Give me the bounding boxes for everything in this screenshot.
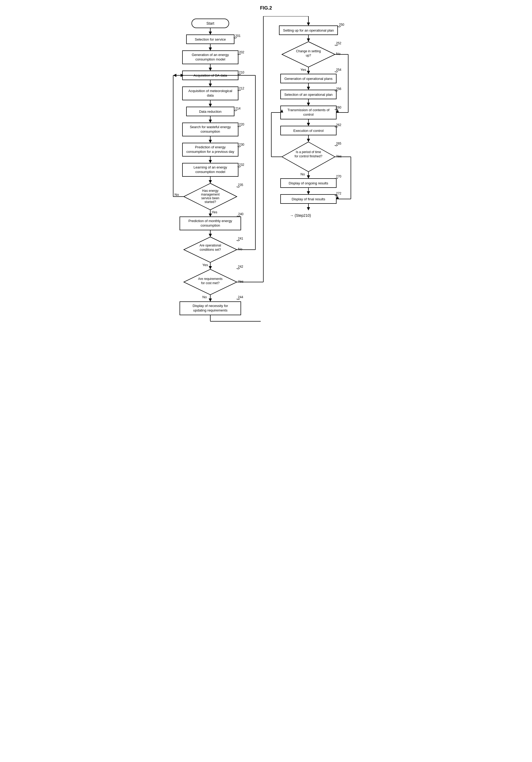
step-270: 270	[336, 175, 341, 178]
yes-242-label: Yes	[238, 279, 244, 283]
node-265-text1: Is a period of time	[296, 150, 321, 154]
step-241: 241	[238, 237, 243, 240]
svg-marker-82	[307, 207, 310, 210]
step-272: 272	[336, 191, 341, 195]
flowchart-svg: Start Selection for service 201 Generati…	[160, 16, 367, 388]
no-241-label: No	[238, 247, 242, 251]
node-232-text1: Learning of an energy	[194, 165, 227, 169]
node-235-text4: started?	[204, 200, 216, 204]
node-212-text1: Acquisition of meteorological	[188, 89, 232, 93]
step-230: 230	[239, 143, 244, 146]
svg-marker-66	[307, 123, 310, 126]
node-212-text2: data	[207, 93, 214, 97]
step-250: 250	[339, 23, 344, 27]
step-240: 240	[238, 212, 243, 216]
step-260: 260	[336, 106, 341, 109]
node-270-text: Display of ongoing results	[289, 181, 328, 185]
step-232: 232	[239, 163, 244, 167]
step-220: 220	[239, 122, 244, 126]
node-232-text2: consumption model	[195, 170, 226, 174]
svg-marker-13	[209, 84, 212, 87]
svg-marker-63	[307, 103, 310, 106]
node-220-text2: consumption	[200, 129, 220, 133]
figure-title: FIG.2	[160, 5, 372, 11]
node-230-text2: consumption for a previous day	[186, 150, 234, 154]
svg-marker-5	[209, 47, 212, 51]
svg-marker-25	[209, 160, 212, 163]
node-220-text1: Search for wasteful energy	[190, 125, 231, 129]
node-260-text1: Transmission of contents of	[288, 108, 330, 112]
node-252-text2: up?	[306, 53, 311, 57]
svg-marker-60	[307, 87, 310, 90]
step-235: 235	[238, 183, 243, 187]
svg-marker-40	[209, 298, 212, 302]
node-252-text1: Change in setting	[296, 49, 321, 53]
node-260-text2: control	[303, 113, 313, 116]
no-242-label: No	[202, 295, 207, 299]
step-210: 210	[239, 71, 244, 74]
step-212: 212	[239, 87, 244, 90]
step-256: 256	[336, 87, 341, 91]
no-235-label: No	[174, 192, 179, 196]
node-230-text1: Prediction of energy	[195, 145, 226, 149]
svg-marker-31	[209, 214, 212, 217]
node-201-label: Selection for service	[195, 38, 226, 41]
svg-marker-19	[209, 120, 212, 123]
node-250-text: Setting up for an operational plan	[283, 29, 334, 33]
step-202: 202	[239, 50, 244, 54]
step-262: 262	[336, 123, 341, 127]
node-202-text2: consumption model	[195, 57, 226, 61]
step-252: 252	[336, 41, 341, 45]
node-235-text3: service been	[201, 196, 219, 200]
node-202-text1: Generation of an energy	[192, 53, 229, 57]
no-252-label: No	[336, 52, 341, 56]
step-254: 254	[336, 68, 341, 72]
node-240-text2: consumption	[200, 223, 220, 227]
node-244-text2: updating requirements	[193, 308, 228, 312]
step-214: 214	[235, 107, 240, 111]
svg-marker-8	[209, 68, 212, 71]
node-235-text2: management	[201, 192, 220, 196]
node-241-text2: conditions set?	[200, 248, 221, 252]
svg-marker-57	[307, 71, 310, 74]
svg-marker-28	[209, 180, 212, 183]
svg-marker-75	[307, 191, 310, 194]
node-254-text: Generation of operational plans	[284, 77, 333, 81]
yes-252-label: Yes	[300, 68, 306, 72]
svg-marker-22	[209, 140, 212, 143]
node-256-text: Selection of an operational plan	[284, 93, 333, 97]
page: FIG.2 Start Selection for service 201 Ge…	[160, 5, 372, 388]
svg-marker-51	[307, 23, 310, 26]
step210-ref-label: → (Step210)	[290, 213, 311, 218]
yes-241-label: Yes	[202, 263, 208, 267]
step-201: 201	[235, 34, 240, 38]
step-242: 242	[238, 265, 243, 268]
svg-marker-54	[307, 38, 310, 42]
node-240-text1: Prediction of monthly energy	[189, 219, 232, 223]
svg-marker-16	[209, 104, 212, 107]
node-241-text1: Are operational	[199, 244, 221, 247]
svg-marker-72	[307, 175, 310, 179]
svg-marker-2	[209, 32, 212, 35]
step-265: 265	[336, 142, 341, 145]
node-265-text2: for control finished?	[295, 154, 322, 158]
node-235-text1: Has energy	[202, 189, 218, 192]
no-265-label: No	[300, 172, 305, 176]
node-242-text2: for cost met?	[201, 281, 220, 285]
yes-265-label: Yes	[336, 154, 342, 158]
node-262-text: Execution of control	[293, 129, 324, 133]
svg-marker-79	[336, 196, 339, 199]
start-label: Start	[206, 21, 214, 26]
node-214-text: Data reduction	[199, 110, 222, 114]
node-242-text1: Are requirements	[198, 277, 223, 281]
step-244: 244	[238, 295, 243, 299]
svg-marker-34	[209, 234, 212, 237]
svg-marker-69	[307, 139, 310, 142]
yes-235-label: Yes	[212, 210, 218, 214]
node-272-text: Display of final results	[292, 197, 325, 201]
svg-marker-37	[209, 266, 212, 269]
node-244-text1: Display of necessity for	[193, 304, 228, 308]
